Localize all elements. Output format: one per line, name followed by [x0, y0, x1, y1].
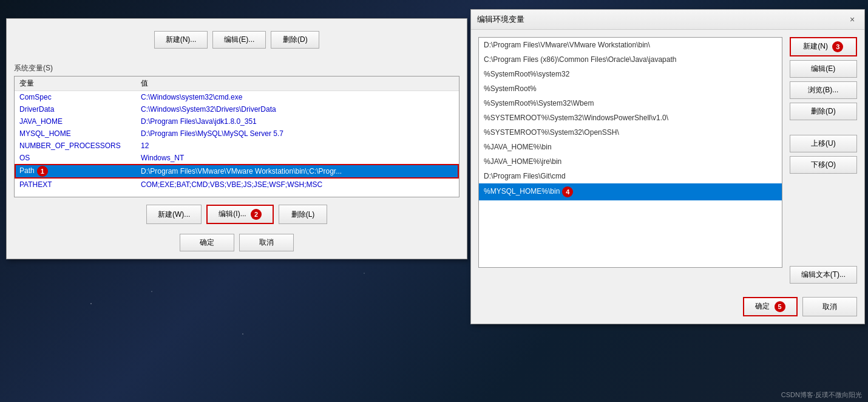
- top-delete-button[interactable]: 删除(D): [271, 31, 319, 49]
- table-row[interactable]: MYSQL_HOMED:\Program Files\MySQL\MySQL S…: [15, 128, 459, 140]
- list-item[interactable]: %JAVA_HOME%\jre\bin: [479, 154, 782, 169]
- table-row[interactable]: ComSpecC:\Windows\system32\cmd.exe: [15, 91, 459, 104]
- close-button[interactable]: ×: [846, 13, 858, 26]
- edit-badge: 2: [251, 209, 262, 220]
- col-value-header: 值: [136, 77, 459, 91]
- var-value-cell: D:\Program Files\VMware\VMware Workstati…: [136, 164, 459, 179]
- env-edit-button[interactable]: 编辑(E): [790, 60, 857, 78]
- var-name-cell: JAVA_HOME: [15, 115, 136, 128]
- env-confirm-row: 确定 5 取消: [471, 291, 864, 324]
- edit-env-var-dialog: 编辑环境变量 × D:\Program Files\VMware\VMware …: [470, 9, 865, 324]
- env-ok-button[interactable]: 确定 5: [743, 297, 798, 316]
- bottom-delete-button[interactable]: 删除(L): [279, 205, 327, 224]
- table-row[interactable]: PATHEXTCOM;EXE;BAT;CMD;VBS;VBE;JS;JSE;WS…: [15, 179, 459, 191]
- table-row[interactable]: DriverDataC:\Windows\System32\Drivers\Dr…: [15, 103, 459, 115]
- var-value-cell: COM;EXE;BAT;CMD;VBS;VBE;JS;JSE;WSF;WSH;M…: [136, 179, 459, 191]
- bottom-new-button[interactable]: 新建(W)...: [146, 205, 202, 224]
- system-vars-label: 系统变量(S): [14, 63, 459, 73]
- ok-badge: 5: [775, 301, 785, 312]
- list-item[interactable]: C:\Program Files (x86)\Common Files\Orac…: [479, 52, 782, 67]
- env-browse-button[interactable]: 浏览(B)...: [790, 81, 857, 99]
- var-name-cell: OS: [15, 152, 136, 164]
- list-item[interactable]: D:\Program Files\Git\cmd: [479, 169, 782, 183]
- var-name-cell: ComSpec: [15, 91, 136, 104]
- table-row[interactable]: OSWindows_NT: [15, 152, 459, 164]
- table-row[interactable]: Path1D:\Program Files\VMware\VMware Work…: [15, 164, 459, 179]
- env-cancel-button[interactable]: 取消: [802, 297, 857, 316]
- list-item[interactable]: %SYSTEMROOT%\System32\OpenSSH\: [479, 125, 782, 140]
- bottom-edit-button[interactable]: 编辑(I)... 2: [206, 205, 274, 224]
- list-item[interactable]: %JAVA_HOME%\bin: [479, 140, 782, 154]
- var-value-cell: D:\Program Files\MySQL\MySQL Server 5.7: [136, 128, 459, 140]
- var-value-cell: C:\Windows\system32\cmd.exe: [136, 91, 459, 104]
- new-badge: 3: [832, 41, 843, 52]
- col-var-header: 变量: [15, 77, 136, 91]
- env-dialog-titlebar: 编辑环境变量 ×: [471, 10, 864, 30]
- env-move-up-button[interactable]: 上移(U): [790, 135, 857, 152]
- env-dialog-title: 编辑环境变量: [477, 14, 524, 25]
- top-edit-button[interactable]: 编辑(E)...: [212, 31, 266, 49]
- system-vars-table-container[interactable]: 变量 值 ComSpecC:\Windows\system32\cmd.exeD…: [14, 76, 459, 197]
- table-row[interactable]: NUMBER_OF_PROCESSORS12: [15, 140, 459, 152]
- list-item[interactable]: %MYSQL_HOME%\bin4: [479, 183, 782, 200]
- var-name-cell: DriverData: [15, 103, 136, 115]
- sys-var-dialog-content: 新建(N)... 编辑(E)... 删除(D) 系统变量(S) 变量 值 Com…: [7, 19, 467, 259]
- env-delete-button[interactable]: 删除(D): [790, 103, 857, 120]
- env-edit-text-button[interactable]: 编辑文本(T)...: [790, 266, 857, 284]
- list-item[interactable]: %SYSTEMROOT%\System32\WindowsPowerShell\…: [479, 111, 782, 125]
- top-new-button[interactable]: 新建(N)...: [154, 31, 208, 49]
- bottom-button-row: 新建(W)... 编辑(I)... 2 删除(L): [14, 205, 459, 224]
- var-name-cell: PATHEXT: [15, 179, 136, 191]
- var-value-cell: C:\Windows\System32\Drivers\DriverData: [136, 103, 459, 115]
- system-variables-dialog: 新建(N)... 编辑(E)... 删除(D) 系统变量(S) 变量 值 Com…: [6, 18, 467, 259]
- table-row[interactable]: JAVA_HOMED:\Program Files\Java\jdk1.8.0_…: [15, 115, 459, 128]
- system-vars-table: 变量 值 ComSpecC:\Windows\system32\cmd.exeD…: [15, 77, 459, 191]
- list-item[interactable]: D:\Program Files\VMware\VMware Workstati…: [479, 38, 782, 52]
- var-value-cell: 12: [136, 140, 459, 152]
- top-button-row: 新建(N)... 编辑(E)... 删除(D): [14, 26, 459, 53]
- list-item[interactable]: %SystemRoot%: [479, 81, 782, 96]
- list-item[interactable]: %SystemRoot%\System32\Wbem: [479, 96, 782, 111]
- var-value-cell: D:\Program Files\Java\jdk1.8.0_351: [136, 115, 459, 128]
- env-new-button[interactable]: 新建(N) 3: [790, 37, 857, 56]
- cancel-button[interactable]: 取消: [239, 234, 294, 251]
- path-list-container[interactable]: D:\Program Files\VMware\VMware Workstati…: [478, 37, 782, 268]
- var-name-cell: NUMBER_OF_PROCESSORS: [15, 140, 136, 152]
- env-dialog-body: D:\Program Files\VMware\VMware Workstati…: [471, 30, 864, 291]
- ok-button[interactable]: 确定: [180, 234, 234, 251]
- env-move-down-button[interactable]: 下移(O): [790, 156, 857, 174]
- action-button-row: 确定 取消: [14, 234, 459, 251]
- watermark: CSDN博客·反璞不微向阳光: [781, 390, 862, 400]
- var-name-cell: MYSQL_HOME: [15, 128, 136, 140]
- var-value-cell: Windows_NT: [136, 152, 459, 164]
- list-item[interactable]: %SystemRoot%\system32: [479, 67, 782, 81]
- var-name-cell: Path1: [15, 164, 136, 179]
- env-buttons-column: 新建(N) 3 编辑(E) 浏览(B)... 删除(D) 上移(U) 下移(O)…: [790, 37, 857, 284]
